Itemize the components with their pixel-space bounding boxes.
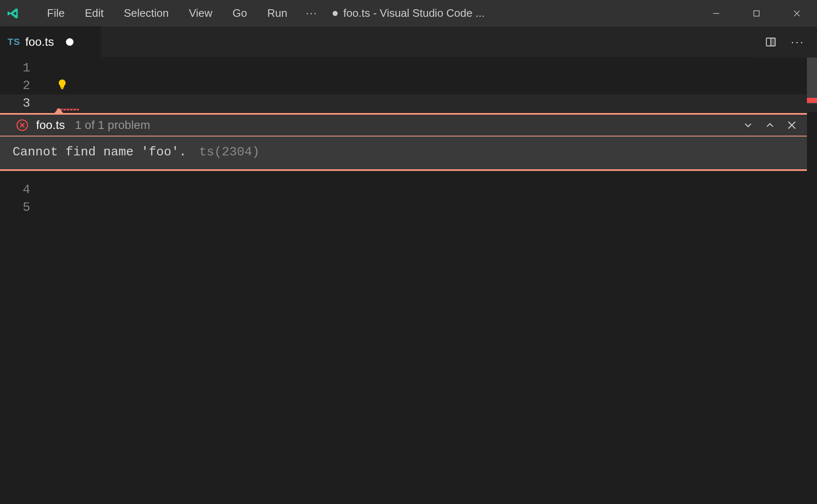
window-close-button[interactable] xyxy=(777,0,817,26)
peek-counter: 1 of 1 problem xyxy=(75,116,150,134)
line-number: 2 xyxy=(0,77,38,94)
typescript-badge-icon: TS xyxy=(8,37,20,47)
code-line[interactable]: 2 xyxy=(0,77,817,94)
peek-nav xyxy=(741,118,799,132)
menu-bar: File Edit Selection View Go Run ··· xyxy=(37,4,326,22)
scrollbar-thumb[interactable] xyxy=(807,58,817,104)
code-line[interactable]: 5 xyxy=(0,199,817,216)
peek-filename: foo.ts xyxy=(36,116,65,134)
line-content[interactable] xyxy=(38,77,56,94)
problem-peek-view: foo.ts 1 of 1 problem Cannot find name '… xyxy=(0,113,807,171)
code-line-current[interactable]: 3 foo(1, 2, 3) xyxy=(0,94,817,112)
vscode-logo-icon xyxy=(6,6,21,21)
editor-actions: ··· xyxy=(751,26,817,58)
line-number: 5 xyxy=(0,199,38,216)
error-message: Cannot find name 'foo'. xyxy=(13,145,187,159)
line-content[interactable] xyxy=(38,59,56,77)
menu-overflow[interactable]: ··· xyxy=(297,4,326,22)
code-line[interactable]: 1 xyxy=(0,59,817,77)
menu-file[interactable]: File xyxy=(37,4,75,22)
line-content[interactable] xyxy=(38,181,56,199)
editor-tabs: TS foo.ts ··· xyxy=(0,26,817,58)
peek-close-button[interactable] xyxy=(785,118,799,132)
dirty-indicator-dot-icon xyxy=(332,11,337,16)
window-controls xyxy=(696,0,817,26)
split-editor-icon[interactable] xyxy=(763,34,778,50)
line-content[interactable] xyxy=(38,199,56,216)
window-minimize-button[interactable] xyxy=(696,0,736,26)
menu-view[interactable]: View xyxy=(179,4,223,22)
svg-rect-0 xyxy=(754,10,759,16)
titlebar: File Edit Selection View Go Run ··· foo.… xyxy=(0,0,817,26)
svg-rect-3 xyxy=(61,88,63,89)
editor-more-actions[interactable]: ··· xyxy=(790,34,805,50)
tab-dirty-dot-icon xyxy=(66,38,74,46)
code-line[interactable]: 4 xyxy=(0,181,817,199)
line-number: 3 xyxy=(0,94,38,112)
ellipsis-icon: ··· xyxy=(791,35,804,49)
peek-body: Cannot find name 'foo'. ts(2304) xyxy=(0,136,807,169)
error-circle-icon xyxy=(16,119,29,131)
peek-next-button[interactable] xyxy=(741,118,755,132)
window-title: foo.ts - Visual Studio Code ... xyxy=(332,7,484,20)
line-number: 1 xyxy=(0,59,38,77)
svg-rect-2 xyxy=(771,38,775,46)
overview-ruler-error-marker-icon[interactable] xyxy=(807,98,817,103)
editor[interactable]: 1 2 3 foo(1, 2, 3) foo.ts 1 of 1 problem xyxy=(0,58,817,504)
peek-prev-button[interactable] xyxy=(763,118,777,132)
peek-header: foo.ts 1 of 1 problem xyxy=(0,115,807,136)
menu-selection[interactable]: Selection xyxy=(114,4,179,22)
lightbulb-icon[interactable] xyxy=(56,78,68,90)
scrollbar-track[interactable] xyxy=(807,58,817,504)
window-title-text: foo.ts - Visual Studio Code ... xyxy=(343,7,484,20)
window-maximize-button[interactable] xyxy=(736,0,777,26)
menu-go[interactable]: Go xyxy=(223,4,257,22)
tab-bar-empty xyxy=(101,26,751,58)
editor-tab-active[interactable]: TS foo.ts xyxy=(0,26,101,58)
menu-edit[interactable]: Edit xyxy=(75,4,114,22)
tab-filename: foo.ts xyxy=(25,35,54,49)
error-code: ts(2304) xyxy=(199,145,260,159)
line-number: 4 xyxy=(0,181,38,199)
menu-run[interactable]: Run xyxy=(257,4,297,22)
